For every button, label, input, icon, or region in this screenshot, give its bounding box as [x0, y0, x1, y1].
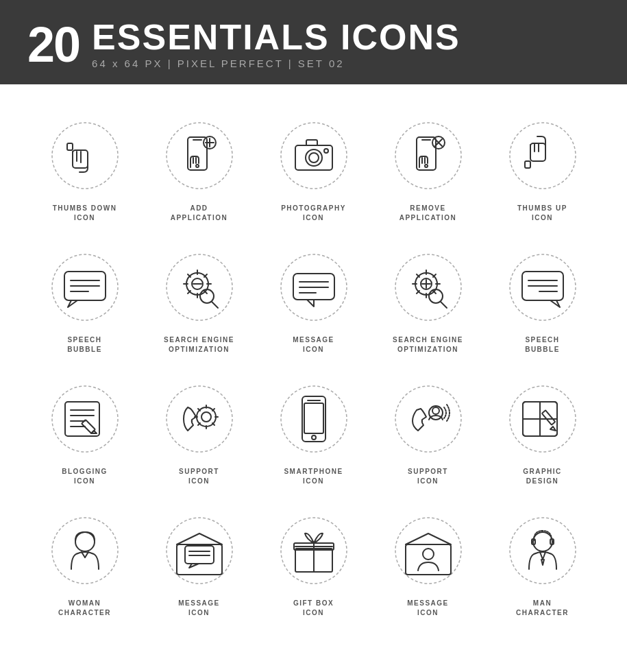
svg-point-82	[167, 386, 232, 452]
message-icon-cell: MESSAGEICON	[256, 237, 371, 361]
seo-plus-label: SEARCH ENGINEOPTIMIZATION	[393, 335, 463, 355]
speech-bubble-2-icon	[505, 250, 580, 325]
message-icon-2-svg	[162, 513, 237, 588]
thumbs-up-frame	[502, 115, 584, 197]
thumbs-down-label: THUMBS DOWNICON	[53, 204, 117, 223]
gift-box-cell: GIFT BOXICON	[256, 500, 371, 625]
svg-line-69	[441, 302, 447, 308]
message-icon-frame	[273, 246, 355, 328]
woman-character-cell: WOMANCHARACTER	[27, 500, 142, 625]
thumbs-up-label: THUMBS UPICON	[517, 204, 567, 223]
support-2-frame	[387, 378, 469, 460]
graphic-design-cell: GRAPHICDESIGN	[485, 368, 600, 493]
svg-point-18	[395, 123, 461, 189]
header: 20 ESSENTIALS ICONS 64 x 64 PX | PIXEL P…	[0, 0, 627, 84]
man-character-frame	[502, 509, 584, 592]
seo-plus-icon	[391, 250, 466, 325]
svg-point-21	[425, 165, 428, 167]
remove-application-icon	[391, 118, 466, 193]
svg-point-96	[312, 435, 316, 440]
support-2-label: SUPPORTICON	[408, 467, 448, 486]
svg-point-31	[52, 254, 118, 320]
message-icon-3-label: MESSAGEICON	[407, 599, 449, 618]
svg-point-15	[306, 149, 322, 166]
svg-point-6	[167, 123, 232, 189]
speech-bubble-2-label: SPEECHBUBBLE	[525, 335, 560, 355]
svg-point-36	[167, 254, 232, 320]
add-application-label: ADDAPPLICATION	[171, 204, 228, 223]
svg-point-84	[201, 412, 211, 422]
message-icon-svg	[276, 250, 352, 325]
header-title: ESSENTIALS ICONS	[92, 19, 460, 55]
photography-frame	[273, 115, 355, 197]
svg-line-46	[188, 291, 190, 293]
svg-line-65	[417, 291, 419, 293]
message-icon-2-label: MESSAGEICON	[178, 599, 220, 618]
smartphone-label: SMARTPHONEICON	[284, 467, 343, 486]
header-number: 20	[27, 20, 79, 69]
blogging-cell: BLOGGINGICON	[27, 368, 142, 493]
graphic-design-icon	[505, 381, 580, 457]
speech-bubble-1-frame	[44, 246, 126, 328]
svg-point-108	[75, 532, 95, 551]
smartphone-frame	[273, 378, 355, 460]
thumbs-up-cell: THUMBS UPICON	[485, 105, 600, 230]
support-1-cell: SUPPORTICON	[142, 368, 256, 493]
message-icon-2-frame	[158, 509, 241, 592]
svg-point-0	[52, 123, 118, 189]
svg-rect-27	[525, 161, 530, 168]
seo-minus-frame	[158, 246, 241, 328]
woman-character-icon	[47, 513, 123, 588]
svg-rect-97	[304, 403, 323, 433]
svg-point-123	[423, 549, 434, 560]
svg-point-13	[281, 123, 347, 189]
header-text-block: ESSENTIALS ICONS 64 x 64 PX | PIXEL PERF…	[92, 19, 460, 69]
svg-line-45	[204, 274, 207, 277]
svg-line-62	[417, 274, 419, 277]
svg-line-63	[433, 291, 436, 293]
message-icon-2-cell: MESSAGEICON	[142, 500, 256, 625]
support-2-icon	[391, 381, 466, 457]
add-application-frame	[158, 115, 241, 197]
woman-character-frame	[44, 509, 126, 592]
blogging-label: BLOGGINGICON	[62, 467, 107, 486]
seo-minus-cell: SEARCH ENGINEOPTIMIZATION	[142, 237, 256, 361]
svg-point-55	[395, 254, 461, 320]
support-2-cell: SUPPORTICON	[371, 368, 485, 493]
svg-point-16	[309, 153, 319, 163]
message-icon-3-svg	[391, 513, 466, 588]
svg-line-109	[82, 552, 85, 557]
svg-line-49	[212, 302, 218, 308]
smartphone-cell: SMARTPHONEICON	[256, 368, 371, 493]
svg-point-75	[52, 386, 118, 452]
add-application-cell: ADDAPPLICATION	[142, 105, 256, 230]
seo-plus-frame	[387, 246, 469, 328]
thumbs-down-cell: THUMBS DOWNICON	[27, 105, 142, 230]
message-icon-3-cell: MESSAGEICON	[371, 500, 485, 625]
support-1-icon	[162, 381, 237, 457]
remove-application-cell: REMOVEAPPLICATION	[371, 105, 485, 230]
speech-bubble-1-label: SPEECHBUBBLE	[67, 335, 102, 355]
icons-grid: THUMBS DOWNICON ADDAPPLICATION	[0, 84, 627, 645]
support-1-label: SUPPORTICON	[179, 467, 219, 486]
svg-rect-112	[177, 544, 222, 575]
speech-bubble-1-icon	[47, 250, 123, 325]
photography-icon	[276, 118, 352, 193]
blogging-icon	[47, 381, 123, 457]
svg-line-110	[85, 552, 88, 557]
svg-line-126	[540, 552, 543, 560]
speech-bubble-2-cell: SPEECHBUBBLE	[485, 237, 600, 361]
thumbs-down-frame	[44, 115, 126, 197]
seo-minus-label: SEARCH ENGINEOPTIMIZATION	[164, 335, 234, 355]
graphic-design-label: GRAPHICDESIGN	[523, 467, 562, 486]
svg-line-43	[188, 274, 190, 277]
svg-point-17	[324, 149, 328, 153]
gift-box-frame	[273, 509, 355, 592]
photography-cell: PHOTOGRAPHYICON	[256, 105, 371, 230]
support-1-frame	[158, 378, 241, 460]
man-character-icon	[505, 513, 580, 588]
thumbs-down-icon	[47, 118, 123, 193]
man-character-cell: MANCHARACTER	[485, 500, 600, 625]
svg-point-9	[196, 165, 199, 167]
thumbs-up-icon	[505, 118, 580, 193]
